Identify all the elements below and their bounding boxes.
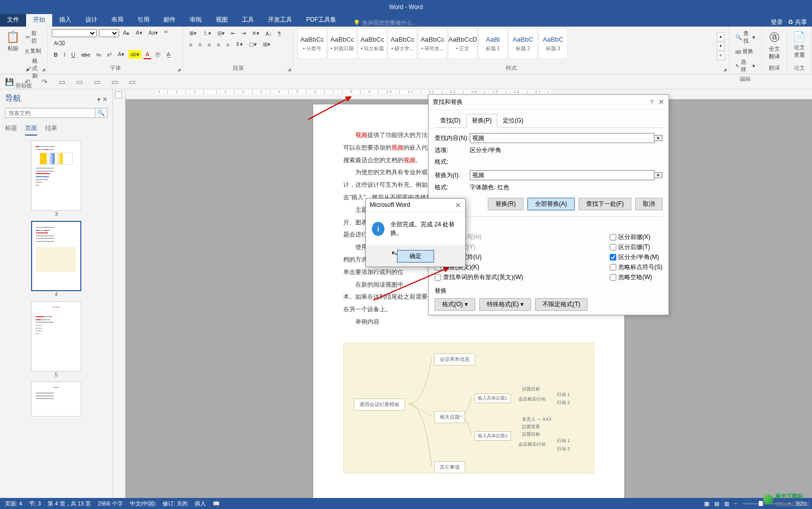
find-button[interactable]: 🔍查找 ▾: [733, 29, 757, 46]
shrink-font-button[interactable]: A▾: [133, 29, 144, 37]
subscript-button[interactable]: x₂: [94, 50, 103, 59]
select-button[interactable]: ↖选择 ▾: [733, 57, 757, 74]
status-track[interactable]: 修订: 关闭: [163, 500, 188, 507]
style-item[interactable]: AaBbCc• 封面日期: [328, 29, 357, 59]
nav-search-button[interactable]: 🔍: [95, 108, 107, 118]
dialog-tab-replace[interactable]: 替换(P): [466, 114, 497, 128]
format-button[interactable]: 格式(O) ▾: [435, 298, 475, 311]
tab-tools[interactable]: 工具: [235, 13, 261, 27]
view-read-icon[interactable]: ▦: [704, 500, 709, 507]
dropdown-icon[interactable]: ▾: [654, 135, 662, 141]
distributed-button[interactable]: ≡: [224, 41, 231, 49]
font-family-select[interactable]: [52, 29, 97, 37]
status-page-of[interactable]: 第 4 页，共 13 页: [48, 500, 91, 507]
dropdown-icon[interactable]: ▾: [654, 172, 662, 178]
font-size-select[interactable]: [99, 29, 119, 37]
tab-insert[interactable]: 插入: [52, 13, 78, 27]
align-center-button[interactable]: ≡: [196, 41, 203, 49]
tab-references[interactable]: 引用: [130, 13, 157, 27]
format-painter-button[interactable]: 🖌格式刷: [24, 56, 43, 81]
style-item[interactable]: AaBbC标题 3: [538, 29, 568, 59]
close-icon[interactable]: ✕: [658, 98, 664, 106]
replace-button[interactable]: 替换(R): [488, 198, 523, 210]
style-item[interactable]: AaBbCc• 分类号: [298, 29, 327, 59]
tab-file[interactable]: 文件: [0, 13, 26, 27]
change-case-button[interactable]: Aa▾: [147, 29, 160, 37]
style-item[interactable]: AaBbC标题 2: [508, 29, 537, 59]
indent-right-button[interactable]: ⇥: [239, 29, 248, 38]
justify-button[interactable]: ≡: [215, 41, 222, 49]
chk-forms[interactable]: [435, 274, 441, 281]
underline-button[interactable]: U: [69, 51, 77, 59]
clear-format-button[interactable]: A⌫: [52, 39, 67, 48]
chk-space[interactable]: [610, 274, 616, 281]
replace-button[interactable]: ab替换: [733, 47, 757, 56]
help-icon[interactable]: ?: [650, 99, 653, 106]
status-insert[interactable]: 插入: [195, 500, 206, 507]
multilevel-button[interactable]: ⊟▾: [215, 29, 227, 38]
dialog-launcher-icon[interactable]: ◢: [177, 67, 181, 72]
view-web-icon[interactable]: ▥: [724, 500, 729, 507]
dialog-tab-find[interactable]: 查找(D): [435, 114, 466, 128]
enclose-button[interactable]: ㊥: [153, 50, 163, 59]
special-format-button[interactable]: 特殊格式(E) ▾: [479, 298, 531, 311]
qat-button[interactable]: ▭: [111, 78, 118, 86]
chk-suffix[interactable]: [610, 244, 616, 250]
nav-tab-results[interactable]: 结果: [45, 122, 57, 136]
login-link[interactable]: 登录: [771, 18, 783, 27]
thesis-check-button[interactable]: 📄 论文查重: [791, 29, 807, 61]
highlight-button[interactable]: ab▾: [128, 50, 142, 59]
close-icon[interactable]: ✕: [102, 96, 107, 103]
page-thumb[interactable]: ■■■■■■■■■■■■■■■■■■■■■■■■■■■■■■■■■■■■■■■■…: [31, 221, 81, 291]
borders-button[interactable]: ⊞▾: [261, 40, 273, 49]
italic-button[interactable]: I: [62, 51, 67, 59]
replace-all-button[interactable]: 全部替换(A): [527, 198, 575, 210]
sort-button[interactable]: A↓: [263, 30, 274, 38]
tab-layout[interactable]: 布局: [104, 13, 130, 27]
replace-with-input[interactable]: [470, 170, 654, 180]
nav-tab-pages[interactable]: 页面: [25, 122, 37, 136]
style-expand[interactable]: ≡: [717, 51, 725, 60]
align-right-button[interactable]: ≡: [206, 41, 213, 49]
dialog-launcher-icon[interactable]: ◢: [723, 67, 727, 72]
text-direction-button[interactable]: ✕▾: [250, 29, 261, 38]
qat-button[interactable]: ▭: [76, 78, 83, 86]
style-item[interactable]: AaBbCcD• 正文: [448, 29, 477, 59]
view-print-icon[interactable]: ▤: [714, 500, 719, 507]
indent-left-button[interactable]: ⇤: [229, 29, 237, 38]
find-next-button[interactable]: 查找下一处(F): [579, 198, 631, 210]
nav-tab-headings[interactable]: 标题: [5, 122, 17, 136]
phonetic-button[interactable]: ᵂ: [162, 29, 170, 37]
page-thumb[interactable]: ■■■■ ■■■■■■■■■■■■■■■■■■■■■■■■■■■■■■■■■■■…: [31, 381, 81, 417]
chk-punct[interactable]: [610, 264, 616, 271]
nav-dropdown-icon[interactable]: ▾: [97, 96, 100, 103]
tab-review[interactable]: 审阅: [183, 13, 209, 27]
line-spacing-button[interactable]: ⇕▾: [233, 40, 245, 49]
close-icon[interactable]: ✕: [455, 201, 461, 209]
chk-prefix[interactable]: [610, 234, 616, 240]
dialog-launcher-icon[interactable]: ◢: [288, 67, 291, 72]
dialog-tab-goto[interactable]: 定位(G): [497, 114, 529, 128]
tab-view[interactable]: 视图: [209, 13, 235, 27]
tab-selector[interactable]: [115, 91, 122, 98]
tab-home[interactable]: 开始: [26, 13, 52, 27]
text-effects-button[interactable]: A▾: [115, 50, 126, 59]
style-item[interactable]: AaBbCc• 研究生...: [418, 29, 447, 59]
dialog-launcher-icon[interactable]: ◢: [42, 67, 45, 72]
strike-button[interactable]: abc: [79, 51, 92, 59]
zoom-out-icon[interactable]: −: [734, 500, 737, 506]
tell-me-box[interactable]: 💡告诉我您想要做什么...: [343, 19, 771, 27]
page-thumb[interactable]: ■■■■■■■■■■■■■■■■■■■■■■■■■■■■■■■ ■■■■■■■■…: [31, 141, 81, 211]
tab-pdf[interactable]: PDF工具集: [299, 13, 343, 27]
border-button[interactable]: A̲: [165, 50, 173, 59]
font-color-button[interactable]: A: [144, 50, 151, 59]
nav-search-input[interactable]: [5, 108, 95, 118]
find-what-input[interactable]: [470, 133, 654, 143]
bullets-button[interactable]: ≣▾: [187, 29, 199, 38]
copy-button[interactable]: ⎘复制: [24, 46, 43, 56]
shading-button[interactable]: ▢▾: [247, 40, 259, 49]
cancel-button[interactable]: 取消: [635, 198, 662, 210]
status-words[interactable]: 2956 个字: [98, 500, 123, 507]
no-format-button[interactable]: 不限定格式(T): [535, 298, 588, 311]
superscript-button[interactable]: x²: [105, 51, 113, 59]
